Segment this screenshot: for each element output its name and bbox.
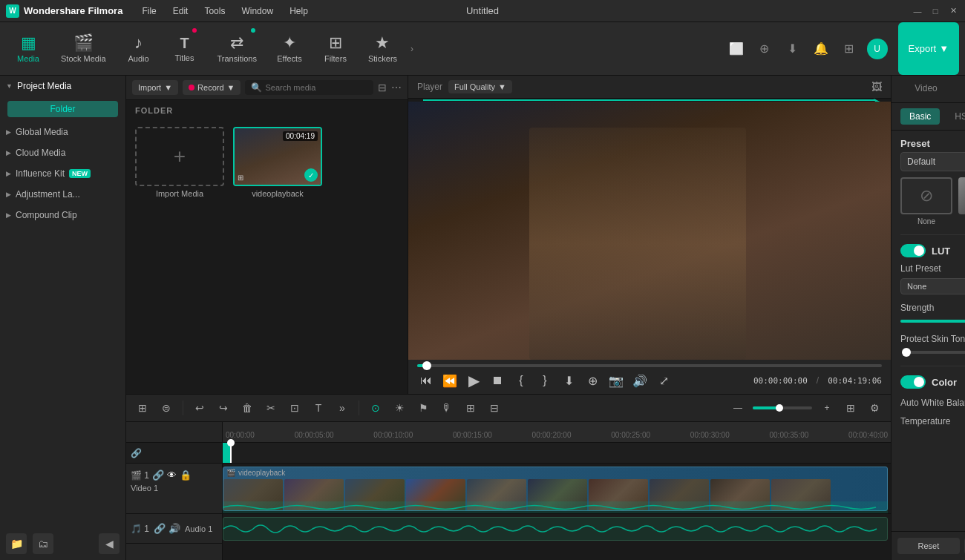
close-button[interactable]: ✕: [947, 5, 959, 17]
search-box[interactable]: 🔍: [245, 80, 373, 95]
timeline-handle[interactable]: [422, 361, 431, 370]
connect-icon[interactable]: 🔗: [131, 448, 142, 458]
user-avatar[interactable]: U: [867, 39, 888, 59]
audio-clip[interactable]: [223, 517, 888, 541]
player-screenshot-icon[interactable]: 🖼: [871, 81, 882, 93]
mic-button[interactable]: 🎙: [436, 398, 457, 418]
toolbar-filters[interactable]: ⊞ Filters: [313, 22, 358, 75]
protect-slider-track[interactable]: [906, 351, 965, 354]
zoom-slider-track[interactable]: [753, 406, 812, 409]
maximize-button[interactable]: □: [929, 5, 941, 17]
menu-window[interactable]: Window: [234, 3, 281, 19]
sub-tab-hsl[interactable]: HSL: [946, 108, 965, 125]
fullscreen-button[interactable]: ⤢: [655, 372, 673, 389]
sidebar-item-compound-clip[interactable]: ▶ Compound Clip: [0, 205, 125, 225]
toolbar-media[interactable]: ▦ Media: [6, 22, 50, 75]
delete-button[interactable]: 🗑: [237, 398, 258, 418]
add-track-button[interactable]: ⊞: [132, 398, 153, 418]
toolbar-expand[interactable]: ›: [408, 22, 416, 75]
color-button[interactable]: ☀: [389, 398, 410, 418]
frame-back-button[interactable]: ⏪: [441, 372, 459, 389]
audio-button[interactable]: 🔊: [631, 372, 649, 389]
filter-icon[interactable]: ⊟: [378, 82, 387, 93]
snapshot-button[interactable]: 📷: [607, 372, 625, 389]
play-button[interactable]: ▶: [465, 372, 482, 389]
zoom-in-button[interactable]: +: [817, 398, 837, 418]
menu-file[interactable]: File: [134, 3, 163, 19]
toolbar-icon-4[interactable]: 🔔: [811, 39, 831, 59]
toolbar-icon-5[interactable]: ⊞: [839, 39, 860, 59]
tab-video[interactable]: Video: [892, 76, 961, 102]
toolbar-icon-1[interactable]: ⬜: [726, 39, 747, 59]
toolbar-icon-3[interactable]: ⬇: [782, 39, 803, 59]
undo-button[interactable]: ↩: [189, 398, 210, 418]
link-icon[interactable]: 🔗: [152, 470, 164, 481]
toolbar-audio[interactable]: ♪ Audio: [117, 22, 161, 75]
sub-tab-basic[interactable]: Basic: [900, 108, 940, 125]
more-options-icon[interactable]: ⋯: [391, 82, 402, 93]
quality-select[interactable]: Full Quality ▼: [448, 80, 512, 93]
stop-button[interactable]: ⏹: [488, 372, 506, 389]
toolbar-stickers[interactable]: ★ Stickers: [359, 22, 406, 75]
overwrite-button[interactable]: ⊕: [583, 372, 601, 389]
audio-lock-icon[interactable]: 🔗: [154, 523, 166, 534]
player-timeline[interactable]: [417, 364, 882, 367]
menu-tools[interactable]: Tools: [197, 3, 232, 19]
toolbar-stock-media[interactable]: 🎬 Stock Media: [52, 22, 115, 75]
sidebar-item-global-media[interactable]: ▶ Global Media: [0, 122, 125, 142]
tab-audio[interactable]: Audio: [961, 76, 965, 102]
add-folder-button[interactable]: 📁: [6, 533, 27, 554]
sidebar-item-cloud-media[interactable]: ▶ Cloud Media: [0, 142, 125, 163]
text-button[interactable]: T: [308, 398, 329, 418]
folder-button[interactable]: Folder: [7, 101, 118, 117]
eye-icon[interactable]: 👁: [167, 470, 177, 481]
minimize-button[interactable]: —: [912, 5, 923, 17]
grid-view-button[interactable]: ⊞: [840, 398, 861, 418]
zoom-handle[interactable]: [776, 404, 783, 412]
mark-in-button[interactable]: {: [512, 372, 530, 389]
toolbar-titles[interactable]: T Titles: [163, 22, 207, 75]
videoplayback-thumb[interactable]: 00:04:19 ✓ ⊞: [233, 127, 322, 186]
record-button[interactable]: Record ▼: [183, 80, 241, 95]
sidebar-item-adjustment-layers[interactable]: ▶ Adjustment La...: [0, 184, 125, 205]
preset-black-white[interactable]: Black&...: [958, 177, 965, 225]
merge-button[interactable]: ⊞: [460, 398, 481, 418]
export-button[interactable]: Export ▼: [898, 22, 959, 75]
menu-help[interactable]: Help: [282, 3, 315, 19]
toolbar-transitions[interactable]: ⇄ Transitions: [209, 22, 266, 75]
insert-button[interactable]: ⬇: [560, 372, 578, 389]
magnet-button[interactable]: ⊜: [156, 398, 177, 418]
cut-button[interactable]: ✂: [261, 398, 281, 418]
import-button[interactable]: Import ▼: [132, 80, 178, 95]
collapse-panel-button[interactable]: ◀: [99, 533, 120, 554]
zoom-out-button[interactable]: —: [727, 398, 748, 418]
mark-out-button[interactable]: }: [536, 372, 554, 389]
reset-button[interactable]: Reset: [897, 538, 960, 554]
protect-handle[interactable]: [902, 348, 911, 357]
sticker-tl-button[interactable]: ⊟: [484, 398, 505, 418]
preset-dropdown[interactable]: Default ▼: [900, 152, 965, 171]
redo-button[interactable]: ↪: [213, 398, 234, 418]
playhead[interactable]: [230, 443, 232, 463]
lut-select[interactable]: None ▼: [900, 278, 965, 294]
sidebar-item-influence-kit[interactable]: ▶ Influence Kit NEW: [0, 163, 125, 184]
menu-edit[interactable]: Edit: [166, 3, 196, 19]
settings-tl-button[interactable]: ⚙: [864, 398, 885, 418]
videoplayback-item[interactable]: 00:04:19 ✓ ⊞ videoplayback: [233, 127, 322, 198]
import-media-thumb[interactable]: +: [135, 127, 224, 186]
lut-toggle[interactable]: [900, 244, 926, 257]
ripple-button[interactable]: ⊙: [365, 398, 386, 418]
color-toggle[interactable]: [900, 375, 926, 389]
more-button[interactable]: »: [332, 398, 353, 418]
import-media-item[interactable]: + Import Media: [135, 127, 224, 198]
preset-none[interactable]: ⊘ None: [900, 177, 952, 225]
delete-folder-button[interactable]: 🗂: [33, 533, 53, 554]
search-input[interactable]: [265, 83, 367, 92]
sidebar-item-project-media[interactable]: ▼ Project Media: [0, 76, 125, 96]
toolbar-effects[interactable]: ✦ Effects: [267, 22, 312, 75]
strength-slider-track[interactable]: [900, 320, 965, 323]
skip-back-button[interactable]: ⏮: [417, 372, 435, 389]
flag-button[interactable]: ⚑: [413, 398, 434, 418]
crop-button[interactable]: ⊡: [284, 398, 305, 418]
audio-speaker-icon[interactable]: 🔊: [169, 523, 180, 534]
